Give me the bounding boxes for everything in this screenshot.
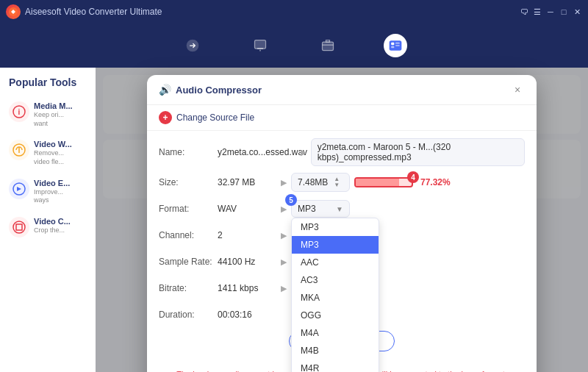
- video-editor-text: Video E... Improve...ways: [34, 179, 70, 205]
- modal-header: 🔊 Audio Compressor ×: [147, 75, 537, 105]
- format-select-box[interactable]: MP3 ▼: [291, 200, 350, 218]
- format-selected-value: MP3: [298, 204, 316, 214]
- format-arrow: ▶: [281, 204, 287, 214]
- reduction-section: 4 77.32%: [354, 177, 451, 187]
- svg-rect-8: [395, 43, 400, 44]
- format-option-aac[interactable]: AAC: [292, 254, 379, 271]
- media-metadata-desc: Keep ori...want: [34, 111, 73, 128]
- toolbar-convert[interactable]: [181, 34, 204, 57]
- app-icon: [6, 4, 21, 19]
- change-source-section[interactable]: + Change Source File: [147, 105, 537, 131]
- name-label: Name:: [159, 147, 218, 157]
- toolbar-enhance[interactable]: [248, 34, 272, 57]
- toolbar-toolbox[interactable]: [316, 34, 340, 57]
- media-metadata-text: Media M... Keep ori...want: [34, 101, 73, 128]
- close-button[interactable]: ✕: [572, 7, 582, 17]
- format-option-ogg[interactable]: OGG: [292, 307, 379, 324]
- format-option-mp3[interactable]: MP3: [292, 236, 379, 254]
- badge-4: 4: [407, 171, 419, 183]
- format-option-mka[interactable]: MKA: [292, 289, 379, 307]
- bitrate-arrow: ▶: [281, 284, 287, 293]
- format-option-m4r[interactable]: M4R: [292, 360, 379, 372]
- sample-rate-label: Sample Rate:: [159, 257, 218, 267]
- name-value: y2meta.co...essed.wav: [218, 147, 296, 157]
- toolbar-tools[interactable]: [384, 34, 407, 57]
- video-crop-desc: Crop the...: [34, 226, 71, 235]
- format-option-m4a[interactable]: M4A: [292, 324, 379, 342]
- title-controls: 🗨 ☰ ─ □ ✕: [519, 7, 582, 17]
- size-output-box[interactable]: 7.48MB ▲ ▼: [291, 173, 350, 192]
- sample-rate-value: 44100 Hz: [218, 257, 276, 267]
- reduction-wrapper: 4: [354, 177, 413, 187]
- modal-title-container: 🔊 Audio Compressor: [159, 84, 262, 96]
- size-label: Size:: [159, 177, 218, 187]
- audio-compressor-modal: 🔊 Audio Compressor × + Change Source Fil…: [147, 75, 537, 372]
- sidebar-item-video-editor[interactable]: Video E... Improve...ways: [6, 174, 90, 210]
- media-metadata-label: Media M...: [34, 101, 73, 110]
- maximize-button[interactable]: □: [559, 7, 569, 17]
- svg-rect-2: [255, 40, 266, 49]
- format-option-m4b[interactable]: M4B: [292, 342, 379, 360]
- sidebar: Popular Tools i Media M... Keep ori...wa…: [0, 68, 96, 372]
- sample-rate-arrow: ▶: [281, 257, 287, 267]
- minimize-button[interactable]: ─: [545, 7, 556, 17]
- name-output-box[interactable]: y2meta.com - Maroon 5 - M...(320 kbps)_c…: [311, 138, 525, 166]
- sidebar-item-video-crop[interactable]: Video C... Crop the...: [6, 212, 90, 242]
- badge-5: 5: [285, 194, 297, 206]
- size-down-arrow[interactable]: ▼: [334, 182, 340, 188]
- video-editor-label: Video E...: [34, 179, 70, 187]
- svg-text:i: i: [18, 108, 21, 116]
- reduction-percent: 77.32%: [420, 177, 451, 187]
- svg-point-15: [13, 221, 25, 233]
- sidebar-title: Popular Tools: [6, 76, 90, 88]
- name-row: Name: y2meta.co...essed.wav ▶ y2meta.com…: [159, 138, 525, 166]
- svg-rect-3: [323, 42, 334, 51]
- main-toolbar: [0, 24, 588, 68]
- video-watermark-icon: [9, 140, 29, 160]
- format-dropdown[interactable]: MP3 ▼ 5 MP3 MP3 AAC AC3 MKA O: [291, 200, 350, 218]
- menu-button[interactable]: ☰: [532, 7, 542, 17]
- sidebar-item-video-watermark[interactable]: Video W... Remove...video fle...: [6, 135, 90, 171]
- bitrate-label: Bitrate:: [159, 283, 218, 293]
- video-crop-text: Video C... Crop the...: [34, 217, 71, 235]
- title-bar: Aiseesoft Video Converter Ultimate 🗨 ☰ ─…: [0, 0, 588, 24]
- channel-value: 2: [218, 230, 276, 240]
- change-source-label: Change Source File: [176, 112, 254, 123]
- media-metadata-icon: i: [9, 101, 29, 122]
- format-option-ac3[interactable]: AC3: [292, 271, 379, 289]
- enhance-icon: [248, 34, 272, 57]
- size-stepper[interactable]: ▲ ▼: [334, 176, 340, 188]
- format-dropdown-menu: MP3 MP3 AAC AC3 MKA OGG M4A M4B M4R DTS: [291, 218, 379, 372]
- video-watermark-desc: Remove...video fle...: [34, 149, 72, 166]
- add-icon: +: [159, 111, 172, 124]
- modal-close-button[interactable]: ×: [510, 82, 525, 97]
- tools-icon: [384, 34, 407, 57]
- format-value: WAV: [218, 204, 276, 214]
- size-value: 32.97 MB: [218, 177, 276, 187]
- toolbox-icon: [316, 34, 340, 57]
- video-crop-label: Video C...: [34, 217, 71, 226]
- app-title: Aiseesoft Video Converter Ultimate: [25, 7, 162, 17]
- chat-button[interactable]: 🗨: [519, 7, 529, 17]
- svg-rect-6: [391, 43, 394, 45]
- svg-rect-9: [395, 45, 400, 46]
- name-arrow: ▶: [301, 148, 306, 157]
- title-bar-left: Aiseesoft Video Converter Ultimate: [6, 4, 162, 19]
- audio-compressor-icon: 🔊: [159, 84, 171, 96]
- format-row: Format: WAV ▶ MP3 ▼ 5 MP3: [159, 198, 525, 219]
- format-option-mp3-header[interactable]: MP3: [292, 218, 379, 236]
- video-watermark-text: Video W... Remove...video fle...: [34, 140, 72, 166]
- reduction-bar-container: [354, 177, 413, 187]
- duration-value: 00:03:16: [218, 310, 276, 320]
- content-area: Popular Tools i Media M... Keep ori...wa…: [0, 68, 588, 372]
- dropdown-arrow-icon: ▼: [336, 205, 343, 213]
- size-row: Size: 32.97 MB ▶ 7.48MB ▲ ▼: [159, 172, 525, 193]
- bitrate-value: 1411 kbps: [218, 283, 276, 293]
- reduction-bar-fill: [356, 179, 399, 186]
- video-editor-desc: Improve...ways: [34, 188, 70, 205]
- svg-rect-16: [16, 224, 22, 230]
- channel-arrow: ▶: [281, 231, 287, 240]
- modal-form-body: Name: y2meta.co...essed.wav ▶ y2meta.com…: [147, 131, 537, 365]
- sidebar-item-media-metadata[interactable]: i Media M... Keep ori...want: [6, 97, 90, 132]
- size-arrow: ▶: [281, 178, 287, 187]
